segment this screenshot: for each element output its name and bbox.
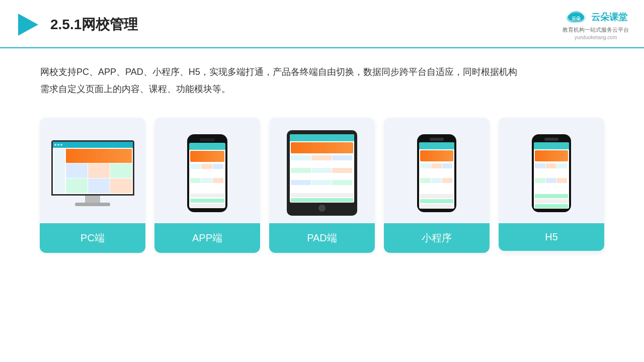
phone-sm-notch	[430, 138, 444, 141]
svg-text:云朵: 云朵	[572, 16, 581, 21]
header-left: 2.5.1网校管理	[15, 12, 138, 38]
card-h5: H5	[499, 118, 604, 253]
tablet-mockup	[287, 130, 357, 216]
phone-mockup-app	[187, 134, 227, 212]
card-pc-label: PC端	[40, 223, 145, 253]
play-icon	[15, 12, 41, 38]
logo-url: yunduoketang.com	[575, 35, 617, 40]
phone-miniapp	[417, 134, 456, 212]
card-app-label: APP端	[154, 223, 260, 253]
logo-tagline: 教育机构一站式服务云平台	[562, 26, 629, 34]
description: 网校支持PC、APP、PAD、小程序、H5，实现多端打通，产品各终端自由切换，数…	[0, 48, 644, 108]
card-miniapp: 小程序	[384, 118, 490, 253]
card-pad: PAD端	[269, 118, 375, 253]
card-pad-label: PAD端	[269, 223, 375, 253]
card-app: APP端	[154, 118, 260, 253]
logo-name: 云朵课堂	[591, 11, 627, 23]
tablet-screen	[290, 134, 354, 203]
description-text: 网校支持PC、APP、PAD、小程序、H5，实现多端打通，产品各终端自由切换，数…	[40, 63, 604, 80]
svg-marker-0	[18, 14, 38, 36]
card-pc-image	[40, 118, 145, 223]
card-miniapp-image	[384, 118, 490, 223]
phone-h5	[532, 134, 571, 212]
monitor-screen	[51, 140, 134, 196]
logo-area: 云朵 云朵课堂 教育机构一站式服务云平台 yunduoketang.com	[562, 9, 629, 40]
page-title: 2.5.1网校管理	[50, 15, 138, 34]
description-text2: 需求自定义页面上的内容、课程、功能模块等。	[40, 80, 604, 98]
card-pad-image	[269, 118, 375, 223]
phone-sm-screen	[419, 142, 454, 209]
card-miniapp-label: 小程序	[384, 223, 490, 253]
phone-h5-screen	[534, 142, 569, 209]
logo-cloud: 云朵 云朵课堂	[564, 9, 627, 25]
cards-container: PC端	[0, 113, 644, 268]
pc-monitor	[51, 140, 134, 206]
card-pc: PC端	[40, 118, 145, 253]
header: 2.5.1网校管理 云朵 云朵课堂 教育机构一站式服务云平台 yunduoket…	[0, 0, 644, 48]
phone-screen-app	[189, 143, 225, 208]
phone-h5-notch	[544, 138, 558, 141]
card-h5-image	[499, 118, 604, 223]
card-h5-label: H5	[499, 223, 604, 251]
cloud-icon: 云朵	[564, 9, 588, 25]
card-app-image	[154, 118, 260, 223]
tablet-home-button	[318, 205, 326, 212]
phone-notch	[200, 138, 215, 141]
